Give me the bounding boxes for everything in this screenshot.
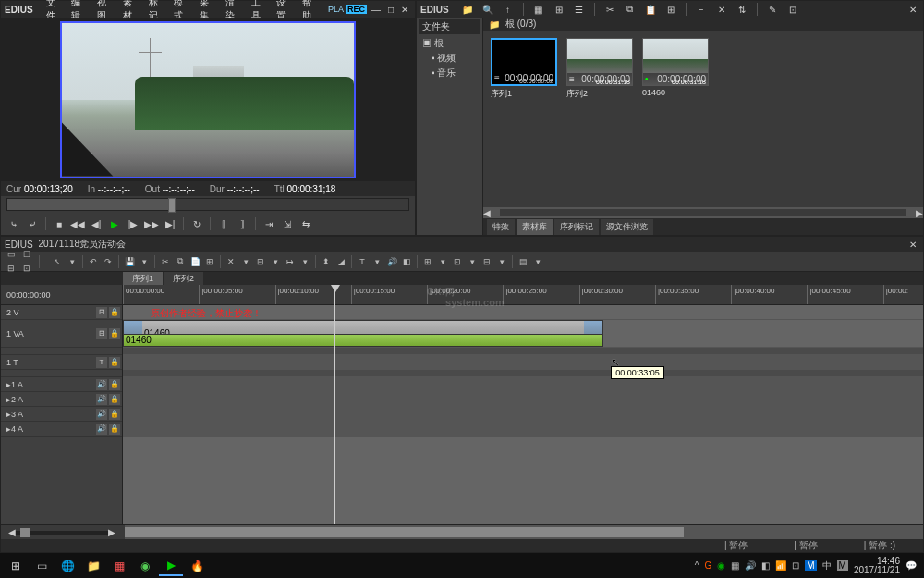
tool-select-icon[interactable]: ↖ (51, 255, 64, 268)
timeline-hscroll[interactable] (125, 525, 923, 539)
search-icon[interactable]: 🔍 (480, 2, 495, 17)
globe-icon[interactable]: 🌐 (55, 556, 79, 576)
color-icon[interactable]: ◧ (400, 255, 413, 268)
track-t1[interactable]: 1 T (3, 358, 94, 367)
tray-icon[interactable]: ⊡ (792, 560, 799, 571)
bin-hscroll[interactable]: ◀▶ (483, 207, 923, 218)
tc-cur[interactable]: 00:00:13;20 (24, 184, 73, 194)
end-icon[interactable]: ▶| (163, 216, 177, 231)
view-icon[interactable]: ⊞ (663, 2, 678, 17)
chevron-down-icon[interactable]: ▾ (66, 255, 79, 268)
close-icon[interactable]: ✕ (398, 5, 411, 15)
row-v2[interactable]: 原创作者经验，禁止抄袭！ (123, 305, 923, 320)
title-icon[interactable]: T (356, 255, 369, 268)
layout-icon[interactable]: ⊞ (421, 255, 434, 268)
save-icon[interactable]: 💾 (123, 255, 136, 268)
volume-icon[interactable]: 🔊 (745, 560, 756, 571)
ripple-del-icon[interactable]: ↦ (284, 255, 297, 268)
export-icon[interactable]: ⊟ (480, 255, 493, 268)
delete-icon[interactable]: ✕ (225, 255, 237, 268)
fade-icon[interactable]: ◢ (334, 255, 347, 268)
thumb-seq1[interactable]: ≡00:00:00:0000:00:56:02 序列1 (491, 38, 557, 102)
cut-icon[interactable]: ✂ (602, 2, 617, 17)
wechat-icon[interactable]: ◉ (717, 560, 725, 571)
edius-icon[interactable]: ▶ (159, 556, 183, 576)
row-t1[interactable] (123, 355, 923, 370)
up-icon[interactable]: ↑ (501, 2, 516, 17)
taskbar-clock[interactable]: 14:46 2017/11/21 (854, 557, 900, 575)
bin-close-icon[interactable]: ✕ (906, 5, 919, 15)
tree-child-video[interactable]: ▪ 视频 (419, 51, 480, 66)
speaker-icon[interactable]: 🔊 (96, 379, 107, 390)
redo-icon[interactable]: ↷ (102, 255, 115, 268)
timeline-close-icon[interactable]: ✕ (906, 240, 919, 250)
row-va1[interactable]: 01460 01460 (123, 320, 923, 348)
cut-icon[interactable]: ✂ (159, 255, 172, 268)
folder-icon[interactable]: 📁 (81, 556, 105, 576)
timeline-tracks[interactable]: GX/网system.com 00:00:00:00 |00:00:05:00 … (123, 285, 923, 524)
lock-icon[interactable]: 🔒 (109, 328, 120, 339)
time-ruler[interactable]: 00:00:00:00 |00:00:05:00 |00:00:10:00 |0… (123, 285, 923, 305)
copy-icon[interactable]: ⧉ (174, 255, 187, 268)
speaker-icon[interactable]: 🔊 (96, 409, 107, 420)
track-a4[interactable]: ▸4 A (3, 424, 94, 434)
lock-icon[interactable]: 🔒 (109, 357, 120, 368)
stop-icon[interactable]: ■ (52, 216, 67, 231)
replace-icon[interactable]: ⇆ (298, 216, 313, 231)
paste-icon[interactable]: 📄 (188, 255, 201, 268)
play-icon[interactable]: ▶ (107, 216, 122, 231)
tl-open-icon[interactable]: ☐ (20, 248, 33, 261)
track-va1[interactable]: 1 VA (3, 329, 94, 338)
loop-icon[interactable]: ↻ (189, 216, 204, 231)
ime-lang-icon[interactable]: 中 (822, 560, 832, 572)
tc-in[interactable]: --:--:--;-- (98, 184, 130, 194)
hide-icon[interactable]: − (694, 2, 709, 17)
title-track-icon[interactable]: T (96, 357, 107, 368)
network-icon[interactable]: 📶 (775, 560, 786, 571)
start-icon[interactable]: ⊞ (4, 556, 28, 576)
tab-markers[interactable]: 序列标记 (554, 219, 599, 235)
taskview-icon[interactable]: ▭ (30, 556, 54, 576)
tc-out[interactable]: --:--:--;-- (163, 184, 195, 194)
folder-icon[interactable]: 📁 (460, 2, 475, 17)
tray-icon[interactable]: ◧ (761, 560, 770, 571)
firefox-icon[interactable]: 🔥 (185, 556, 209, 576)
target-icon[interactable]: ⊟ (96, 328, 107, 339)
import-icon[interactable]: ⊞ (552, 2, 566, 17)
undo-icon[interactable]: ↶ (87, 255, 100, 268)
lock-icon[interactable]: 🔒 (109, 307, 120, 318)
trans-icon[interactable]: ⬍ (320, 255, 333, 268)
tc-ttl[interactable]: 00:00:31;18 (287, 184, 336, 194)
tool-icon[interactable]: ✎ (765, 2, 780, 17)
tab-bin[interactable]: 素材库 (517, 219, 553, 235)
prev-frame-icon[interactable]: ◀| (89, 216, 103, 231)
tc-dur[interactable]: --:--:--;-- (227, 184, 260, 194)
row-a2[interactable] (123, 392, 923, 407)
seqtab-1[interactable]: 序列1 (123, 272, 163, 285)
lock-icon[interactable]: 🔒 (109, 394, 120, 405)
speaker-icon[interactable]: 🔊 (96, 394, 107, 405)
tl-new-icon[interactable]: ▭ (5, 248, 18, 261)
chrome-icon[interactable]: ◉ (133, 556, 157, 576)
speaker-icon[interactable]: 🔊 (96, 424, 107, 435)
ime-icon[interactable]: M (805, 560, 816, 571)
output-icon[interactable]: ▤ (517, 255, 529, 268)
sort-icon[interactable]: ⇅ (735, 2, 749, 17)
props-icon[interactable]: ☰ (572, 2, 587, 17)
app-icon[interactable]: ▦ (107, 556, 131, 576)
track-v2[interactable]: 2 V (3, 308, 94, 317)
track-a3[interactable]: ▸3 A (3, 410, 94, 419)
tree-root[interactable]: ▣ 根 (419, 36, 480, 51)
render-icon[interactable]: ⊡ (451, 255, 464, 268)
mark-out-icon[interactable]: ⟧ (235, 216, 249, 231)
ime-mode-icon[interactable]: M (837, 560, 848, 571)
new-bin-icon[interactable]: ▦ (531, 2, 546, 17)
copy-icon[interactable]: ⧉ (623, 2, 638, 17)
preview-viewport[interactable] (1, 18, 415, 181)
zoom-slider[interactable]: ◀▶ (1, 525, 123, 539)
maximize-icon[interactable]: □ (385, 5, 396, 15)
insert-icon[interactable]: ⇥ (261, 216, 276, 231)
tool2-icon[interactable]: ⊡ (785, 2, 800, 17)
overwrite-icon[interactable]: ⇲ (280, 216, 295, 231)
track-a2[interactable]: ▸2 A (3, 395, 94, 404)
